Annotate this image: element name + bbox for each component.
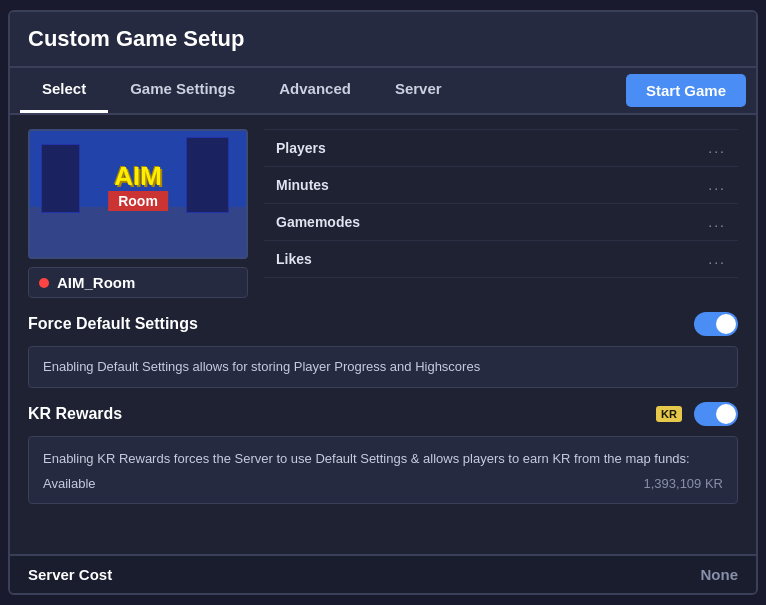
kr-rewards-row: KR Rewards KR [28,402,738,426]
tab-bar: Select Game Settings Advanced Server Sta… [10,68,756,115]
kr-description: Enabling KR Rewards forces the Server to… [43,449,723,469]
kr-rewards-section: KR Rewards KR Enabling KR Rewards forces… [28,402,738,505]
stat-gamemodes-label: Gamemodes [276,214,360,230]
kr-rewards-label: KR Rewards [28,405,122,423]
aim-room-label: AIM Room [108,163,168,211]
stat-players-value: ... [708,140,726,156]
map-image: AIM Room [28,129,248,259]
stat-likes-value: ... [708,251,726,267]
stat-row-players: Players ... [264,129,738,167]
map-preview: AIM Room AIM_Room [28,129,248,298]
force-default-label: Force Default Settings [28,315,198,333]
kr-available-amount: 1,393,109 KR [643,476,723,491]
force-default-description: Enabling Default Settings allows for sto… [28,346,738,388]
stat-likes-label: Likes [276,251,312,267]
force-default-toggle[interactable] [694,312,738,336]
main-content: AIM Room AIM_Room Players ... Minutes [10,115,756,554]
stat-minutes-label: Minutes [276,177,329,193]
tab-server[interactable]: Server [373,68,464,113]
kr-details-box: Enabling KR Rewards forces the Server to… [28,436,738,505]
tab-advanced[interactable]: Advanced [257,68,373,113]
kr-badge: KR [656,406,682,422]
stat-row-likes: Likes ... [264,241,738,278]
map-scene: AIM Room [30,131,246,257]
map-wall-right [186,137,229,213]
stat-minutes-value: ... [708,177,726,193]
aim-text: AIM [108,163,168,189]
top-section: AIM Room AIM_Room Players ... Minutes [28,129,738,298]
stat-gamemodes-value: ... [708,214,726,230]
server-cost-value: None [701,566,739,583]
kr-rewards-toggle[interactable] [694,402,738,426]
map-stats: Players ... Minutes ... Gamemodes ... Li… [264,129,738,298]
stat-row-minutes: Minutes ... [264,167,738,204]
kr-available-label: Available [43,476,96,491]
map-wall-left [41,144,80,213]
room-text: Room [108,191,168,211]
force-default-section: Force Default Settings Enabling Default … [28,312,738,388]
map-name: AIM_Room [28,267,248,298]
server-cost-label: Server Cost [28,566,112,583]
tab-select[interactable]: Select [20,68,108,113]
force-default-row: Force Default Settings [28,312,738,336]
map-name-label: AIM_Room [57,274,135,291]
stat-row-gamemodes: Gamemodes ... [264,204,738,241]
footer-bar: Server Cost None [10,554,756,593]
stat-players-label: Players [276,140,326,156]
kr-controls: KR [656,402,738,426]
start-game-button[interactable]: Start Game [626,74,746,107]
map-status-dot [39,278,49,288]
kr-available-row: Available 1,393,109 KR [43,476,723,491]
map-floor [30,207,246,257]
custom-game-modal: Custom Game Setup Select Game Settings A… [8,10,758,595]
modal-title: Custom Game Setup [10,12,756,68]
tab-game-settings[interactable]: Game Settings [108,68,257,113]
